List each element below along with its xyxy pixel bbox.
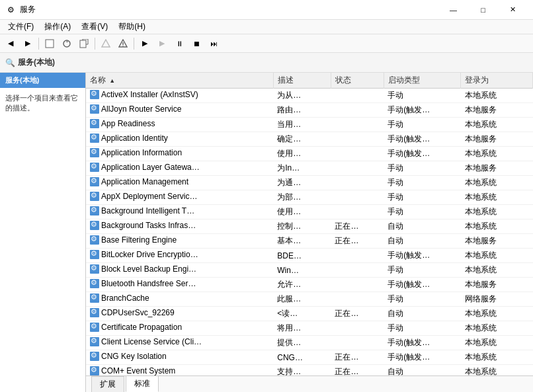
service-desc-cell: 为通… bbox=[273, 176, 331, 190]
service-desc-cell: Win… bbox=[273, 263, 331, 278]
table-row[interactable]: ⚙Application Identity确定…手动(触发…本地服务 bbox=[86, 132, 533, 147]
service-startup-cell: 自动 bbox=[384, 219, 460, 234]
restart-button[interactable]: ⏭ bbox=[206, 36, 222, 51]
refresh-button[interactable] bbox=[59, 36, 75, 51]
sort-arrow-name: ▲ bbox=[109, 77, 115, 84]
play2-button[interactable]: ▶ bbox=[154, 36, 170, 51]
col-header-desc[interactable]: 描述 bbox=[273, 73, 331, 89]
service-name-cell: ⚙Application Management bbox=[86, 176, 273, 190]
menu-action[interactable]: 操作(A) bbox=[39, 20, 76, 34]
service-name-cell: ⚙Base Filtering Engine bbox=[86, 234, 273, 249]
table-row[interactable]: ⚙COM+ Event System支持…正在…自动本地系统 bbox=[86, 365, 533, 376]
table-row[interactable]: ⚙BitLocker Drive Encryptio…BDE…手动(触发…本地系… bbox=[86, 249, 533, 263]
table-row[interactable]: ⚙Base Filtering Engine基本…正在…自动本地服务 bbox=[86, 234, 533, 249]
service-name-cell: ⚙BitLocker Drive Encryptio… bbox=[86, 249, 273, 263]
service-name-cell: ⚙Background Intelligent T… bbox=[86, 205, 273, 219]
table-row[interactable]: ⚙App Readiness当用…手动本地系统 bbox=[86, 118, 533, 132]
service-desc-cell: 使用… bbox=[273, 205, 331, 219]
table-row[interactable]: ⚙AppX Deployment Servic…为部…手动本地系统 bbox=[86, 190, 533, 205]
table-row[interactable]: ⚙Application Layer Gatewa…为In…手动本地服务 bbox=[86, 161, 533, 176]
service-status-cell bbox=[331, 89, 384, 103]
table-header-row: 名称 ▲ 描述 状态 启动类型 登录为 bbox=[86, 73, 533, 89]
col-header-startup[interactable]: 启动类型 bbox=[384, 73, 460, 89]
app-icon: ⚙ bbox=[5, 5, 16, 15]
service-startup-cell: 自动 bbox=[384, 234, 460, 249]
table-row[interactable]: ⚙ActiveX Installer (AxInstSV)为从…手动本地系统 bbox=[86, 89, 533, 103]
service-status-cell bbox=[331, 118, 384, 132]
table-row[interactable]: ⚙Application Management为通…手动本地系统 bbox=[86, 176, 533, 190]
menu-view[interactable]: 查看(V) bbox=[76, 20, 113, 34]
service-desc-cell: 支持… bbox=[273, 365, 331, 376]
service-startup-cell: 手动(触发… bbox=[384, 147, 460, 161]
menu-help[interactable]: 帮助(H) bbox=[113, 20, 151, 34]
service-name-cell: ⚙Client License Service (Cli… bbox=[86, 336, 273, 350]
service-desc-cell: BDE… bbox=[273, 249, 331, 263]
service-startup-cell: 自动 bbox=[384, 307, 460, 321]
service-logon-cell: 本地系统 bbox=[461, 249, 533, 263]
export-button[interactable] bbox=[76, 36, 92, 51]
col-header-logon[interactable]: 登录为 bbox=[461, 73, 533, 89]
service-name-cell: ⚙COM+ Event System bbox=[86, 365, 273, 376]
sidebar-hint: 选择一个项目来查看它的描述。 bbox=[0, 88, 85, 392]
table-row[interactable]: ⚙Background Tasks Infras…控制…正在…自动本地系统 bbox=[86, 219, 533, 234]
title-bar-controls: — □ ✕ bbox=[438, 0, 528, 20]
tab-expand[interactable]: 扩展 bbox=[91, 376, 124, 392]
service-name-cell: ⚙Application Information bbox=[86, 147, 273, 161]
forward-button[interactable]: ▶ bbox=[20, 36, 36, 51]
sidebar: 服务(本地) 选择一个项目来查看它的描述。 bbox=[0, 73, 86, 392]
up-button[interactable] bbox=[42, 36, 58, 51]
back-button[interactable]: ◀ bbox=[3, 36, 19, 51]
table-row[interactable]: ⚙Application Information使用…手动(触发…本地系统 bbox=[86, 147, 533, 161]
service-status-cell: 正在… bbox=[331, 350, 384, 365]
main-container: 服务(本地) 选择一个项目来查看它的描述。 名称 ▲ 描述 状态 启动类型 登录… bbox=[0, 73, 533, 392]
table-row[interactable]: ⚙AllJoyn Router Service路由…手动(触发…本地服务 bbox=[86, 103, 533, 118]
close-button[interactable]: ✕ bbox=[498, 0, 528, 20]
table-row[interactable]: ⚙Block Level Backup Engi…Win…手动本地系统 bbox=[86, 263, 533, 278]
service-startup-cell: 手动(触发… bbox=[384, 350, 460, 365]
service-logon-cell: 本地服务 bbox=[461, 161, 533, 176]
service-logon-cell: 本地服务 bbox=[461, 234, 533, 249]
service-name-cell: ⚙Background Tasks Infras… bbox=[86, 219, 273, 234]
table-row[interactable]: ⚙Client License Service (Cli…提供…手动(触发…本地… bbox=[86, 336, 533, 350]
menu-file[interactable]: 文件(F) bbox=[3, 20, 39, 34]
table-row[interactable]: ⚙Background Intelligent T…使用…手动本地系统 bbox=[86, 205, 533, 219]
service-name-cell: ⚙Block Level Backup Engi… bbox=[86, 263, 273, 278]
new-button[interactable] bbox=[98, 36, 114, 51]
service-name-cell: ⚙Certificate Propagation bbox=[86, 321, 273, 336]
toolbar-separator-2 bbox=[95, 38, 95, 50]
service-logon-cell: 本地服务 bbox=[461, 132, 533, 147]
maximize-button[interactable]: □ bbox=[468, 0, 498, 20]
service-status-cell: 正在… bbox=[331, 234, 384, 249]
col-header-name[interactable]: 名称 ▲ bbox=[86, 73, 273, 89]
col-header-status[interactable]: 状态 bbox=[331, 73, 384, 89]
table-row[interactable]: ⚙CNG Key IsolationCNG…正在…手动(触发…本地系统 bbox=[86, 350, 533, 365]
service-startup-cell: 手动 bbox=[384, 292, 460, 307]
properties-button[interactable] bbox=[115, 36, 131, 51]
stop-button[interactable]: ⏹ bbox=[188, 36, 204, 51]
svg-rect-1 bbox=[46, 40, 53, 47]
service-desc-cell: 控制… bbox=[273, 219, 331, 234]
table-row[interactable]: ⚙CDPUserSvc_92269<读…正在…自动本地系统 bbox=[86, 307, 533, 321]
play-button[interactable]: ▶ bbox=[137, 36, 153, 51]
table-row[interactable]: ⚙BranchCache此服…手动网络服务 bbox=[86, 292, 533, 307]
service-startup-cell: 手动 bbox=[384, 263, 460, 278]
service-logon-cell: 本地系统 bbox=[461, 307, 533, 321]
service-status-cell: 正在… bbox=[331, 307, 384, 321]
service-status-cell bbox=[331, 321, 384, 336]
toolbar-separator-1 bbox=[38, 38, 39, 50]
tab-standard[interactable]: 标准 bbox=[126, 375, 159, 392]
services-table[interactable]: 名称 ▲ 描述 状态 启动类型 登录为 ⚙ActiveX Installer (… bbox=[86, 73, 533, 375]
service-startup-cell: 手动 bbox=[384, 190, 460, 205]
service-status-cell bbox=[331, 147, 384, 161]
service-name-cell: ⚙ActiveX Installer (AxInstSV) bbox=[86, 89, 273, 103]
sidebar-header: 服务(本地) bbox=[0, 73, 85, 88]
table-row[interactable]: ⚙Bluetooth Handsfree Ser…允许…手动(触发…本地服务 bbox=[86, 278, 533, 292]
service-desc-cell: 提供… bbox=[273, 336, 331, 350]
pause-button[interactable]: ⏸ bbox=[171, 36, 187, 51]
service-status-cell bbox=[331, 176, 384, 190]
service-desc-cell: <读… bbox=[273, 307, 331, 321]
service-desc-cell: 路由… bbox=[273, 103, 331, 118]
table-row[interactable]: ⚙Certificate Propagation将用…手动本地系统 bbox=[86, 321, 533, 336]
service-desc-cell: 基本… bbox=[273, 234, 331, 249]
minimize-button[interactable]: — bbox=[438, 0, 468, 20]
